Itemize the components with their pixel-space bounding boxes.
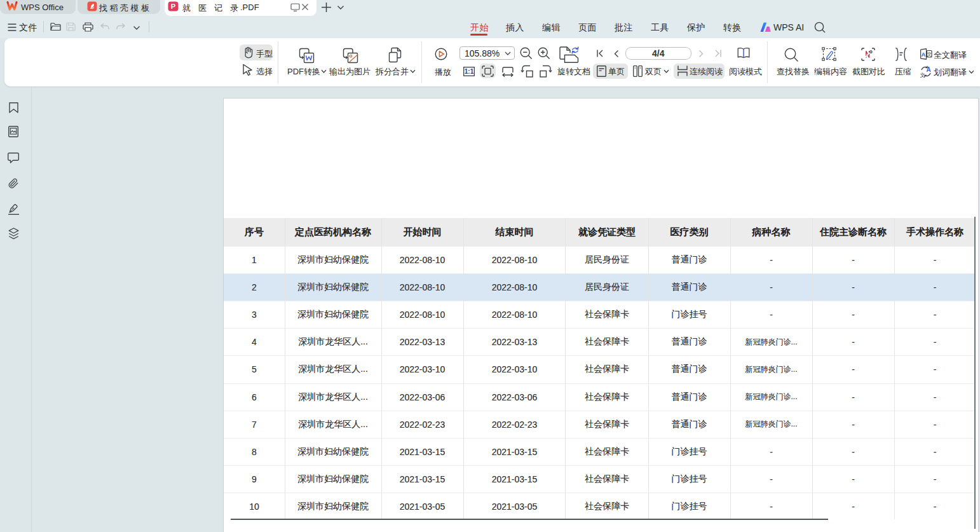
svg-text:A: A bbox=[922, 51, 926, 58]
svg-text:A: A bbox=[926, 66, 930, 73]
svg-text:文: 文 bbox=[920, 72, 925, 78]
svg-text:P: P bbox=[171, 3, 175, 10]
svg-text:1:1: 1:1 bbox=[465, 68, 474, 75]
svg-text:文: 文 bbox=[927, 51, 932, 57]
